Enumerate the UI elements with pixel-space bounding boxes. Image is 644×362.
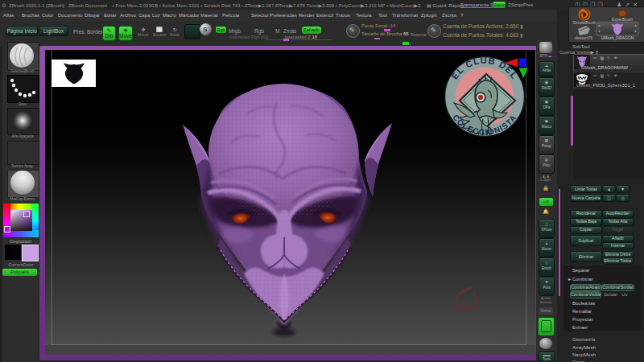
svg-text:ExperBrush: ExperBrush [612, 17, 633, 22]
svg-text:UMesh_DRAGON: UMesh_DRAGON [601, 35, 634, 40]
svg-text:dessert75: dessert75 [575, 35, 592, 40]
svg-text:SimpleBrush: SimpleBrush [573, 20, 597, 25]
